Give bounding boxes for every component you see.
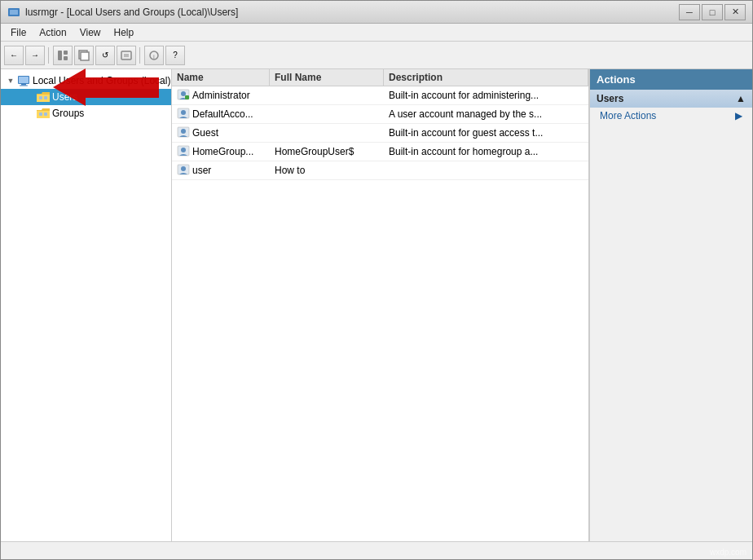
menu-view[interactable]: View: [73, 25, 108, 40]
actions-more-actions-arrow: ▶: [735, 110, 742, 121]
toolbar: ← → ↺: [1, 42, 752, 69]
actions-section-collapse-icon: ▲: [736, 93, 746, 104]
cell-fullname-user: How to: [270, 162, 384, 179]
toolbar-sep-2: [139, 47, 141, 64]
center-panel: Name Full Name Description Administrator: [172, 69, 589, 541]
table-row[interactable]: user How to: [172, 161, 588, 180]
svg-rect-4: [64, 56, 68, 60]
svg-point-28: [181, 148, 186, 152]
user-icon-defaultaccount: [177, 108, 190, 121]
refresh-button[interactable]: ↺: [95, 46, 115, 65]
svg-rect-22: [185, 95, 189, 99]
table-row[interactable]: Administrator Built-in account for admin…: [172, 86, 588, 105]
table-header: Name Full Name Description: [172, 69, 588, 86]
export-button[interactable]: [117, 46, 136, 65]
title-bar: lusrmgr - [Local Users and Groups (Local…: [1, 1, 752, 24]
actions-panel: Actions Users ▲ More Actions ▶: [589, 69, 752, 541]
cell-name-homegroup: HomeGroup...: [172, 143, 270, 161]
back-button[interactable]: ←: [4, 46, 24, 65]
actions-more-actions-label: More Actions: [600, 110, 656, 121]
tree-node-users[interactable]: Users: [1, 89, 171, 105]
toolbar-sep-1: [48, 47, 50, 64]
svg-rect-17: [44, 96, 47, 99]
actions-more-actions[interactable]: More Actions ▶: [590, 108, 752, 124]
menu-help[interactable]: Help: [108, 25, 141, 40]
menu-file[interactable]: File: [4, 25, 33, 40]
tree-users-label: Users: [52, 91, 77, 103]
cell-name-user: user: [172, 161, 270, 179]
groups-folder-icon: [37, 107, 50, 120]
cell-desc-homegroup: Built-in account for homegroup a...: [384, 143, 588, 160]
actions-header: Actions: [590, 69, 752, 90]
tree-panel: ▼ Local Users and Groups (Local): [1, 69, 172, 541]
svg-rect-13: [19, 77, 29, 83]
user-icon-homegroup: [177, 145, 190, 158]
cell-desc-guest: Built-in account for guest access t...: [384, 125, 588, 141]
table-row[interactable]: Guest Built-in account for guest access …: [172, 124, 588, 143]
tree-node-groups[interactable]: Groups: [1, 105, 171, 121]
cell-desc-administrator: Built-in account for administering...: [384, 87, 588, 104]
tree-root-label: Local Users and Groups (Local): [33, 75, 170, 86]
svg-point-21: [181, 91, 186, 96]
user-icon-administrator: [177, 89, 190, 102]
help-button[interactable]: ?: [165, 46, 185, 65]
tree-node-root[interactable]: ▼ Local Users and Groups (Local): [1, 73, 171, 89]
expand-icon-root: ▼: [4, 74, 17, 87]
computer-icon: [17, 74, 30, 87]
svg-rect-18: [39, 112, 42, 116]
app-icon: [7, 6, 20, 19]
window-controls: ─ □ ✕: [679, 4, 746, 20]
menu-bar: File Action View Help: [1, 24, 752, 42]
svg-rect-14: [21, 84, 26, 86]
svg-rect-19: [44, 112, 47, 116]
svg-rect-1: [10, 10, 18, 15]
svg-point-26: [181, 129, 186, 134]
cell-name-guest: Guest: [172, 124, 270, 142]
col-header-description[interactable]: Description: [384, 69, 588, 86]
cell-name-defaultaccount: DefaultAcco...: [172, 105, 270, 123]
table-row[interactable]: DefaultAcco... A user account managed by…: [172, 105, 588, 124]
window-title: lusrmgr - [Local Users and Groups (Local…: [25, 7, 679, 18]
svg-text:i: i: [153, 53, 155, 60]
expand-icon-groups: [24, 107, 37, 120]
cell-fullname-defaultaccount: [270, 112, 384, 117]
svg-rect-16: [39, 96, 42, 99]
cell-desc-defaultaccount: A user account managed by the s...: [384, 106, 588, 122]
minimize-button[interactable]: ─: [679, 4, 700, 20]
expand-icon-users: [24, 90, 37, 104]
cell-name-administrator: Administrator: [172, 86, 270, 104]
properties-button[interactable]: i: [144, 46, 164, 65]
svg-point-30: [181, 166, 186, 171]
col-header-name[interactable]: Name: [172, 69, 270, 86]
svg-rect-6: [81, 52, 89, 60]
table-row[interactable]: HomeGroup... HomeGroupUser$ Built-in acc…: [172, 143, 588, 161]
svg-rect-15: [20, 86, 28, 86]
user-icon-user: [177, 164, 190, 177]
svg-rect-3: [64, 51, 68, 55]
svg-rect-2: [58, 51, 62, 60]
cell-desc-user: [384, 168, 588, 173]
main-content: ▼ Local Users and Groups (Local): [1, 69, 752, 541]
main-window: lusrmgr - [Local Users and Groups (Local…: [0, 0, 753, 560]
menu-action[interactable]: Action: [33, 25, 73, 40]
tree-groups-label: Groups: [52, 108, 84, 119]
maximize-button[interactable]: □: [702, 4, 723, 20]
watermark: wxdp.com: [710, 548, 746, 557]
actions-section-users-label: Users: [597, 93, 623, 104]
col-header-fullname[interactable]: Full Name: [270, 69, 384, 86]
cell-fullname-homegroup: HomeGroupUser$: [270, 143, 384, 160]
close-button[interactable]: ✕: [724, 4, 746, 20]
status-bar: [1, 541, 752, 559]
user-icon-guest: [177, 126, 190, 139]
forward-button[interactable]: →: [25, 46, 45, 65]
show-hide-btn[interactable]: [53, 46, 73, 65]
actions-section-users[interactable]: Users ▲: [590, 90, 752, 108]
cell-fullname-guest: [270, 130, 384, 135]
users-folder-icon: [37, 90, 50, 104]
cell-fullname-administrator: [270, 93, 384, 98]
svg-rect-7: [121, 51, 131, 60]
new-window-btn[interactable]: [74, 46, 94, 65]
svg-point-24: [181, 110, 186, 115]
